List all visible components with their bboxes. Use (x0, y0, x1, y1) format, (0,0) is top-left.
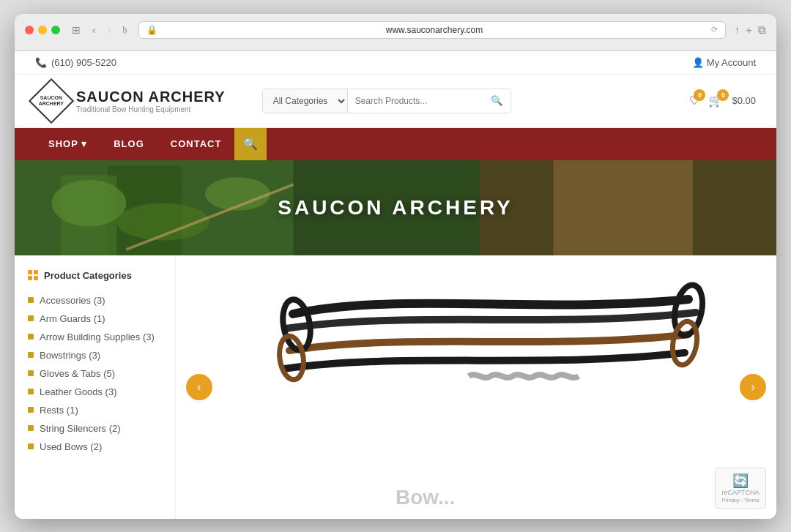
browser-chrome: ⊞ ‹ › 𝔥 🔒 www.sauconarchery.com ⟳ ↑ + ⧉ (15, 14, 776, 51)
category-item-bowstrings[interactable]: Bowstrings (3) (28, 346, 162, 364)
add-tab-icon[interactable]: + (746, 23, 752, 37)
nav-item-blog[interactable]: BLOG (100, 128, 157, 160)
product-area: Bow... ‹ › 🔄 reCAPTCHA Privacy - Terms (176, 255, 776, 519)
site-header: SAUCON ARCHERY SAUCON ARCHERY Traditiona… (15, 75, 776, 128)
brand-name: SAUCON ARCHERY (76, 89, 226, 105)
bookmarks-icon[interactable]: 𝔥 (119, 22, 130, 37)
account-icon: 👤 (692, 57, 704, 68)
category-link-rests[interactable]: Rests (1) (40, 405, 78, 416)
traffic-lights (25, 26, 60, 34)
category-link-arm-guards[interactable]: Arm Guards (1) (40, 313, 105, 324)
nav-items: SHOP ▾ BLOG CONTACT (35, 128, 234, 160)
sidebar-title-text: Product Categories (44, 270, 132, 281)
account-label: My Account (707, 57, 756, 68)
svg-rect-10 (176, 255, 776, 519)
carousel-next-button[interactable]: › (740, 374, 766, 400)
browser-controls: ⊞ ‹ › 𝔥 (69, 22, 130, 37)
cart-area: ♡ 0 🛒 0 $0.00 (689, 94, 756, 108)
nav-link-contact[interactable]: CONTACT (157, 128, 235, 160)
nav-item-contact[interactable]: CONTACT (157, 128, 235, 160)
category-link-accessories[interactable]: Accessories (3) (40, 295, 105, 306)
category-item-arm-guards[interactable]: Arm Guards (1) (28, 310, 162, 328)
site-wrapper: 📞 (610) 905-5220 👤 My Account SAUCON ARC… (15, 51, 776, 519)
site-nav: SHOP ▾ BLOG CONTACT 🔍 (15, 128, 776, 160)
category-item-gloves[interactable]: Gloves & Tabs (5) (28, 364, 162, 383)
main-content: Product Categories Accessories (3) Arm G… (15, 255, 776, 519)
phone-icon: 📞 (35, 57, 47, 68)
svg-rect-5 (554, 160, 693, 255)
category-link-string-silencers[interactable]: String Silencers (2) (40, 423, 121, 434)
category-link-bowstrings[interactable]: Bowstrings (3) (40, 350, 100, 361)
category-item-rests[interactable]: Rests (1) (28, 401, 162, 419)
category-link-arrow-building[interactable]: Arrow Building Supplies (3) (40, 331, 155, 342)
my-account[interactable]: 👤 My Account (692, 57, 756, 68)
recaptcha-logo: 🔄 (721, 473, 760, 489)
cart-total: $0.00 (732, 95, 756, 106)
svg-text:Bow...: Bow... (396, 486, 455, 509)
search-input[interactable] (348, 90, 483, 112)
share-icon[interactable]: ↑ (735, 23, 740, 37)
recaptcha-widget: 🔄 reCAPTCHA Privacy - Terms (715, 468, 766, 509)
recaptcha-label: reCAPTCHA (721, 489, 759, 496)
sidebar-title: Product Categories (28, 270, 162, 281)
category-item-leather[interactable]: Leather Goods (3) (28, 383, 162, 401)
carousel-prev-button[interactable]: ‹ (186, 374, 212, 400)
category-item-accessories[interactable]: Accessories (3) (28, 291, 162, 310)
grid-icon (28, 270, 38, 280)
hero-section: SAUCON ARCHERY (15, 160, 776, 255)
tagline: Traditional Bow Hunting Equipment (76, 105, 226, 113)
phone-number: (610) 905-5220 (51, 57, 116, 68)
nav-item-shop[interactable]: SHOP ▾ (35, 128, 100, 160)
layout-icon[interactable]: ⊞ (69, 23, 83, 37)
category-link-used-bows[interactable]: Used Bows (2) (40, 441, 102, 452)
svg-point-6 (52, 179, 126, 225)
close-button[interactable] (25, 26, 34, 34)
sidebar: Product Categories Accessories (3) Arm G… (15, 255, 176, 519)
recaptcha-subtext: Privacy - Terms (721, 497, 760, 503)
category-link-gloves[interactable]: Gloves & Tabs (5) (40, 368, 115, 379)
address-bar[interactable]: 🔒 www.sauconarchery.com ⟳ (138, 21, 725, 39)
logo-area[interactable]: SAUCON ARCHERY SAUCON ARCHERY Traditiona… (35, 85, 226, 117)
logo-diamond: SAUCON ARCHERY (29, 78, 74, 123)
cart-badge: 0 (717, 89, 729, 101)
top-bar: 📞 (610) 905-5220 👤 My Account (15, 51, 776, 75)
lock-icon: 🔒 (146, 25, 157, 35)
browser-actions: ↑ + ⧉ (735, 23, 766, 37)
minimize-button[interactable] (38, 26, 47, 34)
product-image: Bow... (176, 255, 776, 519)
tabs-icon[interactable]: ⧉ (758, 23, 766, 37)
category-list: Accessories (3) Arm Guards (1) Arrow Bui… (28, 291, 162, 456)
back-button[interactable]: ‹ (89, 23, 99, 37)
cart-icon[interactable]: 🛒 0 (708, 94, 723, 108)
search-button[interactable]: 🔍 (483, 89, 510, 112)
category-link-leather[interactable]: Leather Goods (3) (40, 386, 117, 397)
refresh-icon[interactable]: ⟳ (711, 25, 718, 34)
nav-link-shop[interactable]: SHOP ▾ (35, 128, 100, 160)
logo-text: SAUCON ARCHERY Traditional Bow Hunting E… (76, 89, 226, 113)
category-select[interactable]: All Categories (263, 89, 348, 113)
category-item-string-silencers[interactable]: String Silencers (2) (28, 419, 162, 438)
logo-diamond-text: SAUCON ARCHERY (39, 94, 64, 107)
category-item-used-bows[interactable]: Used Bows (2) (28, 438, 162, 456)
search-area: All Categories 🔍 (262, 89, 511, 113)
wishlist-icon[interactable]: ♡ 0 (689, 94, 699, 108)
url-text: www.sauconarchery.com (162, 25, 706, 35)
nav-link-blog[interactable]: BLOG (100, 128, 157, 160)
wishlist-badge: 0 (694, 89, 705, 101)
phone-info: 📞 (610) 905-5220 (35, 57, 116, 68)
forward-button[interactable]: › (105, 23, 114, 37)
hero-title: SAUCON ARCHERY (278, 196, 513, 220)
browser-window: ⊞ ‹ › 𝔥 🔒 www.sauconarchery.com ⟳ ↑ + ⧉ … (15, 14, 776, 519)
category-item-arrow-building[interactable]: Arrow Building Supplies (3) (28, 328, 162, 346)
nav-search-button[interactable]: 🔍 (234, 128, 267, 160)
maximize-button[interactable] (51, 26, 60, 34)
